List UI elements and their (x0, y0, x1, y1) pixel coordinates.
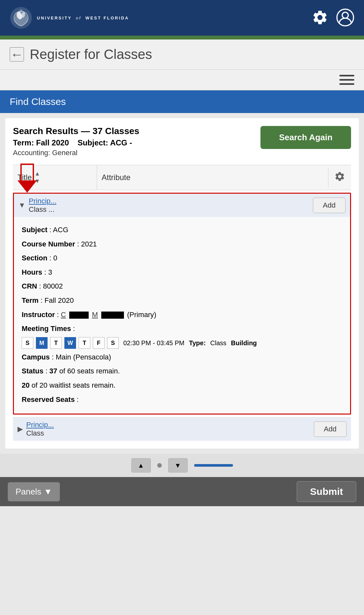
page-title: Register for Classes (30, 47, 152, 62)
results-info: Search Results — 37 Classes Term: Fall 2… (13, 126, 255, 157)
nav-bar: ← Register for Classes (0, 40, 364, 70)
course1-container: ▼ Princip... Class ... Add Subject : ACG… (13, 193, 351, 415)
col-attribute-header: Attribute (97, 168, 328, 187)
course2-expand-icon[interactable]: ▶ (17, 425, 23, 433)
app-header: UNIVERSITY of WEST FLORIDA (0, 0, 364, 36)
course1-title-block: Princip... Class ... (29, 197, 310, 214)
course1-crn-value: 80002 (43, 282, 63, 290)
course1-details: Subject : ACG Course Number : 2021 Secti… (14, 217, 350, 414)
course1-expanded-row: ▼ Princip... Class ... Add Subject : ACG… (13, 193, 351, 415)
course1-time-range: 02:30 PM - 03:45 PM (123, 337, 184, 349)
course2-subtitle: Class (26, 429, 311, 438)
hamburger-bar (0, 70, 364, 90)
hamburger-menu-button[interactable] (339, 75, 354, 85)
course1-term-value: Fall 2020 (45, 296, 74, 304)
accent-bar (0, 36, 364, 40)
course2-title-block: Princip... Class (26, 421, 311, 438)
course2-title-link[interactable]: Princip... (26, 421, 54, 429)
course1-section-field: Section : 0 (22, 252, 342, 265)
course1-instructor-field: Instructor : C M (Primary) (22, 308, 342, 321)
svg-point-4 (342, 12, 348, 18)
day-monday: M (36, 337, 48, 349)
scroll-dot (157, 463, 162, 468)
course1-instructor-prefix: C (61, 311, 66, 319)
arrow-head-down (17, 180, 37, 193)
back-button[interactable]: ← (10, 47, 24, 62)
course2-add-button[interactable]: Add (314, 421, 347, 437)
hamburger-line3 (339, 83, 354, 85)
scroll-up-button[interactable]: ▲ (131, 458, 151, 473)
results-title: Search Results — 37 Classes (13, 126, 255, 136)
course1-crn-field: CRN : 80002 (22, 280, 342, 293)
course1-subtitle: Class ... (29, 205, 310, 214)
day-thursday: T (79, 337, 90, 349)
course1-meeting-times-label: Meeting Times : (22, 322, 342, 335)
red-arrow-annotation (17, 164, 37, 193)
course1-waitlist-seats: 20 (22, 381, 29, 389)
main-content: Search Results — 37 Classes Term: Fall 2… (5, 118, 359, 449)
section-title: Find Classes (10, 96, 66, 107)
results-term: Term: Fall 2020 Subject: ACG - (13, 138, 255, 147)
scroll-indicator: ▲ ▼ (0, 454, 364, 477)
course1-status-field: Status : 37 of 60 seats remain. (22, 365, 342, 378)
course1-instructor-redacted2 (101, 312, 124, 319)
arrow-box-top (20, 164, 34, 180)
course1-course-number-field: Course Number : 2021 (22, 238, 342, 251)
subject-value: ACG - (110, 138, 132, 147)
bottom-bar: Panels ▼ Submit (0, 477, 364, 506)
header-icons (312, 8, 354, 28)
course1-add-button[interactable]: Add (313, 198, 346, 213)
results-subject-name: Accounting: General (13, 149, 255, 157)
course1-status-text: of 60 seats remain. (59, 367, 120, 375)
course1-course-number-value: 2021 (81, 240, 97, 248)
university-logo: UNIVERSITY of WEST FLORIDA (10, 6, 129, 29)
course1-status-seats: 37 (50, 367, 57, 375)
col-settings-button[interactable] (328, 166, 351, 189)
course1-title-link[interactable]: Princip... (29, 197, 57, 205)
course1-campus-value: Main (Pensacola) (56, 353, 111, 361)
panels-label: Panels (16, 487, 41, 497)
university-name-line1: UNIVERSITY of WEST FLORIDA (37, 16, 129, 20)
course1-instructor-middle: M (92, 311, 98, 319)
course1-campus-field: Campus : Main (Pensacola) (22, 351, 342, 364)
hamburger-line2 (339, 79, 354, 81)
course1-subject-value: ACG (53, 226, 69, 234)
course1-hours-field: Hours : 3 (22, 266, 342, 279)
course1-section-value: 0 (53, 254, 57, 262)
submit-button[interactable]: Submit (297, 481, 356, 502)
day-wednesday: W (64, 337, 76, 349)
settings-icon-button[interactable] (312, 9, 328, 27)
panels-button[interactable]: Panels ▼ (8, 482, 60, 501)
results-header: Search Results — 37 Classes Term: Fall 2… (13, 126, 351, 157)
subject-label: Subject: (78, 138, 108, 147)
course1-term-field: Term : Fall 2020 (22, 294, 342, 307)
scroll-progress-bar (194, 464, 233, 467)
expand-toggle-icon[interactable]: ▼ (18, 201, 26, 210)
table-header: Title ▲ ▼ Attribute (13, 165, 351, 190)
course1-reserved-field: Reserved Seats : (22, 393, 342, 406)
course1-type-label: Type: (189, 337, 206, 349)
day-saturday: S (107, 337, 119, 349)
search-again-button[interactable]: Search Again (260, 126, 351, 149)
course1-instructor-redacted1 (69, 312, 89, 319)
course1-building-label: Building (231, 337, 257, 349)
find-classes-header: Find Classes (0, 90, 364, 113)
course1-subject-field: Subject : ACG (22, 223, 342, 236)
term-label: Term: (13, 138, 34, 147)
hamburger-line1 (339, 75, 354, 76)
course1-meeting-times-row: S M T W T F S 02:30 PM - 03:45 PM Type: … (22, 337, 342, 349)
panels-arrow-icon: ▼ (44, 487, 52, 497)
course1-row-header: ▼ Princip... Class ... Add (14, 194, 350, 217)
course1-subject-colon: : (50, 226, 53, 234)
uwf-logo-icon (10, 6, 32, 29)
course1-type-value: Class (210, 337, 226, 349)
user-profile-button[interactable] (336, 8, 354, 28)
day-tuesday: T (50, 337, 62, 349)
term-value: Fall 2020 (36, 138, 69, 147)
course1-waitlist-field: 20 of 20 waitlist seats remain. (22, 379, 342, 392)
day-friday: F (93, 337, 105, 349)
course1-waitlist-text: of 20 waitlist seats remain. (32, 381, 116, 389)
day-sunday: S (22, 337, 33, 349)
scroll-down-button[interactable]: ▼ (168, 458, 188, 473)
course1-instructor-suffix: (Primary) (127, 311, 156, 319)
